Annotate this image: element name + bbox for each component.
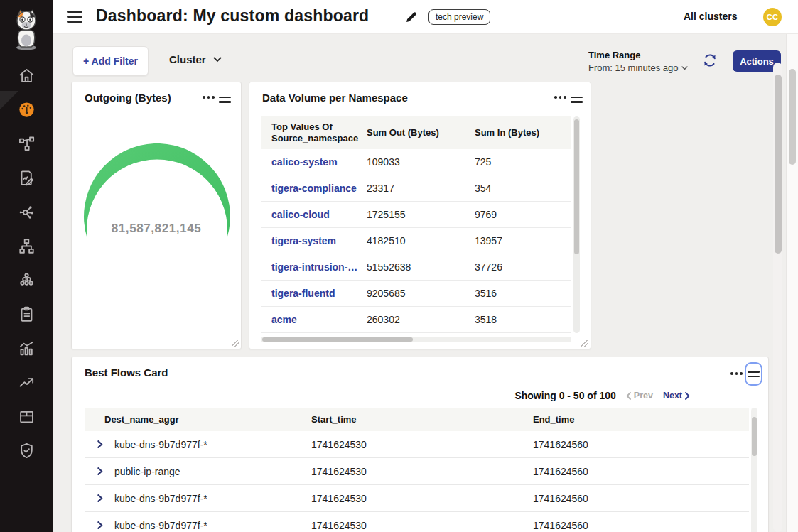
column-header: Top Values Of Source_namespace — [271, 121, 367, 145]
refresh-icon[interactable] — [702, 53, 718, 68]
sidebar-item-dashboard[interactable] — [0, 92, 53, 126]
expand-chevron-icon[interactable] — [96, 494, 104, 502]
report-edit-icon — [17, 168, 36, 188]
column-header: Sum In (Bytes) — [475, 127, 571, 139]
sum-in-value: 13957 — [475, 235, 571, 246]
sum-in-value: 3516 — [475, 288, 571, 299]
table-vertical-scrollbar[interactable] — [751, 408, 757, 532]
cluster-filter-dropdown[interactable]: Cluster — [169, 53, 222, 65]
cluster-selector[interactable]: All clusters — [684, 11, 737, 22]
dest-name: kube-dns-9b7d977f-* — [114, 520, 311, 531]
card-menu-icon[interactable] — [201, 93, 216, 102]
namespace-link[interactable]: calico-system — [271, 156, 367, 168]
top-bar: Dashboard: My custom dashboard tech prev… — [53, 0, 798, 34]
card-drag-handle-focused[interactable] — [745, 362, 762, 386]
expand-chevron-icon[interactable] — [96, 440, 104, 448]
time-range-label: Time Range — [588, 50, 688, 60]
sum-out-value: 260302 — [367, 314, 475, 325]
start-time: 1741624530 — [311, 439, 533, 450]
flow-row[interactable]: public-ip-range 1741624530 1741624560 — [85, 458, 749, 485]
sum-in-value: 37726 — [475, 261, 571, 273]
flow-row[interactable]: kube-dns-9b7d977f-* 1741624530 174162456… — [85, 485, 749, 512]
scrollbar-thumb[interactable] — [775, 75, 782, 254]
content-scrollbar[interactable] — [773, 63, 782, 532]
sidebar-item-home[interactable] — [0, 58, 53, 92]
pagination-status: Showing 0 - 50 of 100 — [514, 390, 615, 401]
dest-name: kube-dns-9b7d977f-* — [114, 439, 311, 450]
sidebar-item-compliance[interactable] — [0, 297, 53, 331]
end-time: 1741624560 — [533, 439, 749, 450]
table-row: tigera-system 4182510 13957 — [261, 228, 571, 254]
start-time: 1741624530 — [311, 466, 533, 477]
namespace-link[interactable]: acme — [271, 314, 367, 325]
sidebar-item-security[interactable] — [0, 433, 53, 467]
scrollbar-thumb[interactable] — [789, 69, 796, 165]
flow-row[interactable]: kube-dns-9b7d977f-* 1741624530 174162456… — [85, 512, 749, 532]
end-time: 1741624560 — [533, 493, 749, 504]
sum-in-value: 9769 — [475, 209, 571, 220]
namespace-link[interactable]: tigera-intrusion-d… — [271, 261, 367, 273]
home-icon — [17, 66, 36, 85]
card-resize-grip[interactable] — [581, 340, 588, 347]
sidebar-item-clusters[interactable] — [0, 263, 53, 297]
sum-in-value: 3518 — [475, 314, 571, 325]
calico-cat-logo[interactable] — [9, 9, 43, 51]
sidebar-item-service-graph[interactable] — [0, 195, 53, 229]
card-drag-handle-icon[interactable] — [570, 94, 583, 106]
table-row: calico-cloud 1725155 9769 — [261, 202, 571, 228]
sum-out-value: 51552638 — [367, 261, 475, 273]
sidebar-item-workloads[interactable] — [0, 399, 53, 433]
dashboard-gauge-icon — [17, 100, 36, 119]
sidebar-item-network-sets[interactable] — [0, 229, 53, 263]
table-header-row: Top Values Of Source_namespace Sum Out (… — [261, 116, 571, 149]
card-title: Outgoing (Bytes) — [85, 92, 171, 104]
user-avatar[interactable]: CC — [763, 8, 782, 26]
flow-row[interactable]: kube-dns-9b7d977f-* 1741624530 174162456… — [85, 431, 749, 458]
expand-chevron-icon[interactable] — [96, 521, 104, 529]
table-row: tigera-compliance 23317 354 — [261, 175, 571, 202]
sidebar-item-trends[interactable] — [0, 365, 53, 399]
table-vertical-scrollbar[interactable] — [573, 116, 580, 333]
sidebar-item-network-topology[interactable] — [0, 126, 53, 161]
card-drag-handle-icon[interactable] — [218, 94, 232, 106]
outgoing-bytes-card: Outgoing (Bytes) 81,587,821,145 — [71, 82, 242, 349]
expand-chevron-icon[interactable] — [96, 467, 104, 475]
namespace-link[interactable]: tigera-compliance — [271, 183, 367, 194]
card-title: Data Volume per Namespace — [262, 92, 408, 104]
table-row: acme 260302 3518 — [261, 307, 571, 333]
namespace-link[interactable]: tigera-fluentd — [271, 288, 367, 299]
cluster-circles-icon — [17, 271, 36, 290]
menu-hamburger-icon[interactable] — [67, 11, 82, 23]
start-time: 1741624530 — [311, 520, 533, 531]
cluster-filter-label: Cluster — [169, 53, 206, 65]
end-time: 1741624560 — [533, 466, 749, 477]
time-range-dropdown[interactable]: Time Range From: 15 minutes ago — [588, 50, 688, 73]
card-menu-icon[interactable] — [729, 369, 744, 378]
chevron-down-icon — [213, 57, 222, 63]
edit-dashboard-icon[interactable] — [404, 10, 419, 24]
dashboard-content: + Add Filter Cluster Time Range From: 15… — [53, 34, 798, 532]
namespace-table: Top Values Of Source_namespace Sum Out (… — [261, 116, 571, 333]
next-page-button[interactable]: Next — [663, 391, 690, 401]
chevron-down-icon — [681, 66, 688, 70]
table-horizontal-scrollbar[interactable] — [261, 337, 571, 342]
prev-page-button[interactable]: Prev — [626, 391, 653, 401]
sum-in-value: 725 — [475, 156, 571, 168]
end-time: 1741624560 — [533, 520, 749, 531]
flows-table: Dest_name_aggr Start_time End_time kube-… — [85, 408, 749, 532]
data-volume-card: Data Volume per Namespace Top Values Of … — [249, 82, 591, 349]
shield-check-icon — [17, 441, 36, 460]
add-filter-button[interactable]: + Add Filter — [72, 46, 149, 76]
sidebar-item-reports[interactable] — [0, 161, 53, 195]
card-resize-grip[interactable] — [232, 340, 239, 347]
page-scrollbar[interactable] — [786, 34, 798, 532]
namespace-link[interactable]: tigera-system — [271, 235, 367, 246]
card-menu-icon[interactable] — [553, 93, 568, 102]
namespace-link[interactable]: calico-cloud — [271, 209, 367, 220]
sidebar-item-statistics[interactable] — [0, 331, 53, 365]
trend-arrow-icon — [17, 373, 36, 392]
time-range-value: From: 15 minutes ago — [588, 63, 678, 73]
table-header-row: Dest_name_aggr Start_time End_time — [85, 408, 749, 431]
graph-nodes-icon — [17, 202, 36, 222]
stats-chart-icon — [17, 339, 36, 358]
